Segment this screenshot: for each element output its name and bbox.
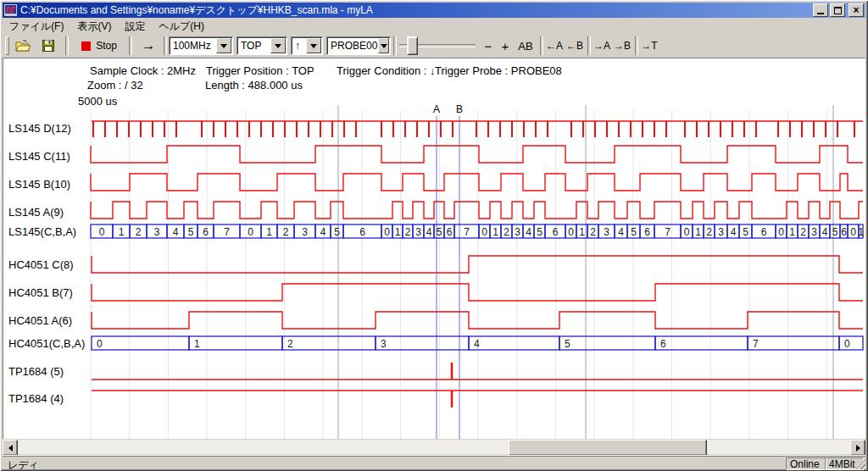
ab-range-button[interactable]: AB xyxy=(515,36,536,55)
menu-file[interactable]: ファイル(F) xyxy=(3,18,70,36)
status-ready: レディ xyxy=(8,458,39,471)
goto-cursor-b-button[interactable]: ←B xyxy=(565,36,584,55)
trigger-position-dropdown[interactable]: TOP xyxy=(236,36,287,55)
minimize-button[interactable] xyxy=(813,3,828,17)
open-file-button[interactable] xyxy=(12,36,34,55)
signal-label: TP1684 (5) xyxy=(8,365,64,378)
bus-value: 1 xyxy=(194,338,200,350)
bus-cell xyxy=(839,336,863,350)
bus-value: 0 xyxy=(850,226,856,238)
bus-value: 0 xyxy=(568,226,574,238)
set-cursor-a-button[interactable]: →A xyxy=(593,36,611,55)
bus-value: 5 xyxy=(565,338,570,350)
cursor-a-label: A xyxy=(433,103,440,115)
signal-label: HC4051 A(6) xyxy=(8,314,72,327)
run-arrow-icon: → xyxy=(142,37,156,54)
title-bar: C:¥Documents and Settings¥noname¥デスクトップ¥… xyxy=(3,3,865,18)
zoom-in-button[interactable]: + xyxy=(498,36,512,55)
open-folder-icon xyxy=(15,40,31,52)
bus-value: 4 xyxy=(618,226,624,238)
menu-settings[interactable]: 設定 xyxy=(118,18,152,36)
bus-value: 5 xyxy=(537,226,542,238)
dropdown-arrow-icon[interactable] xyxy=(216,38,231,53)
bus-value: 4 xyxy=(173,226,179,238)
dropdown-arrow-icon[interactable] xyxy=(306,38,321,53)
goto-cursor-a-button[interactable]: ←A xyxy=(545,36,564,55)
bus-value: 4 xyxy=(320,226,326,238)
close-button[interactable]: × xyxy=(849,3,864,17)
bus-cell xyxy=(655,336,748,350)
bus-value: 1 xyxy=(695,226,701,238)
toolbar-grip[interactable] xyxy=(5,36,9,55)
bus-value: 3 xyxy=(415,226,421,238)
signal-label: LS145 A(9) xyxy=(8,206,64,219)
clock-dropdown[interactable]: 100MHz xyxy=(169,36,233,55)
bus-value: 3 xyxy=(604,226,609,238)
bus-value: 6 xyxy=(841,226,847,238)
bus-value: 3 xyxy=(381,338,387,350)
bus-value: 0 xyxy=(778,226,784,238)
dropdown-arrow-icon[interactable] xyxy=(378,38,389,53)
bus-value: 2 xyxy=(800,226,806,238)
save-file-button[interactable] xyxy=(37,36,59,55)
zoom-out-button[interactable]: − xyxy=(481,36,495,55)
bus-value: 2 xyxy=(590,226,596,238)
ab-label: AB xyxy=(518,40,532,53)
goto-t-label: →T xyxy=(641,40,657,52)
status-online: Online xyxy=(786,457,826,470)
set-cursor-b-button[interactable]: →B xyxy=(613,36,632,55)
app-window: C:¥Documents and Settings¥noname¥デスクトップ¥… xyxy=(0,0,868,471)
menu-view[interactable]: 表示(V) xyxy=(70,18,118,36)
set-a-label: →A xyxy=(593,40,610,52)
bus-value: 1 xyxy=(119,226,125,238)
bus-value: 1 xyxy=(492,226,498,238)
probe-value: PROBE00 xyxy=(327,40,377,52)
signal-label: LS145 B(10) xyxy=(8,178,70,191)
waveform-display[interactable]: Sample Clock : 2MHz Trigger Position : T… xyxy=(3,58,865,439)
bus-cell xyxy=(376,336,469,350)
bus-value: 1 xyxy=(789,226,795,238)
scrollbar-thumb[interactable] xyxy=(509,440,707,456)
bus-value: 1 xyxy=(395,226,401,238)
toolbar-separator xyxy=(635,36,638,55)
menu-bar: ファイル(F) 表示(V) 設定 ヘルプ(H) xyxy=(3,19,865,34)
bus-value: 3 xyxy=(302,226,308,238)
probe-dropdown[interactable]: PROBE00 xyxy=(326,36,391,55)
bus-value: 5 xyxy=(334,226,340,238)
scroll-left-button[interactable] xyxy=(3,440,18,456)
bus-value: 1 xyxy=(858,226,864,238)
bus-value: 6 xyxy=(553,226,559,238)
toolbar-separator xyxy=(129,36,132,55)
zoom-in-icon: + xyxy=(502,39,509,53)
bus-value: 3 xyxy=(811,226,817,238)
stop-button[interactable]: Stop xyxy=(73,36,125,55)
bus-cell xyxy=(559,336,655,350)
bus-value: 4 xyxy=(474,338,480,350)
bus-value: 1 xyxy=(579,226,585,238)
run-button[interactable]: → xyxy=(136,36,161,55)
toolbar-separator xyxy=(393,36,397,55)
stop-icon xyxy=(81,42,91,51)
signal-label: HC4051 B(7) xyxy=(8,286,73,299)
minimize-icon xyxy=(817,13,824,14)
horizontal-scrollbar[interactable] xyxy=(3,440,865,454)
bus-value: 4 xyxy=(426,226,432,238)
goto-trigger-button[interactable]: →T xyxy=(640,36,659,55)
menu-help[interactable]: ヘルプ(H) xyxy=(152,18,211,36)
waveform-canvas[interactable]: 5000 usABLS145 D(12)LS145 C(11)LS145 B(1… xyxy=(3,58,865,439)
scroll-right-button[interactable] xyxy=(850,440,865,456)
bus-cell xyxy=(469,336,559,350)
clock-value: 100MHz xyxy=(170,40,215,52)
signal-label: HC4051 C(8) xyxy=(8,258,74,271)
signal-label: LS145(C,B,A) xyxy=(8,225,76,238)
bus-value: 5 xyxy=(832,226,838,238)
zoom-slider-handle[interactable] xyxy=(407,36,418,55)
bus-value: 0 xyxy=(684,226,690,238)
bus-value: 7 xyxy=(665,226,670,238)
bus-value: 5 xyxy=(437,226,442,238)
dropdown-arrow-icon[interactable] xyxy=(270,38,286,53)
bus-value: 2 xyxy=(136,226,142,238)
toolbar: Stop → 100MHz TOP ↑ PROBE00 − + AB xyxy=(3,34,865,58)
maximize-button[interactable] xyxy=(830,3,845,17)
trigger-edge-dropdown[interactable]: ↑ xyxy=(291,36,323,55)
